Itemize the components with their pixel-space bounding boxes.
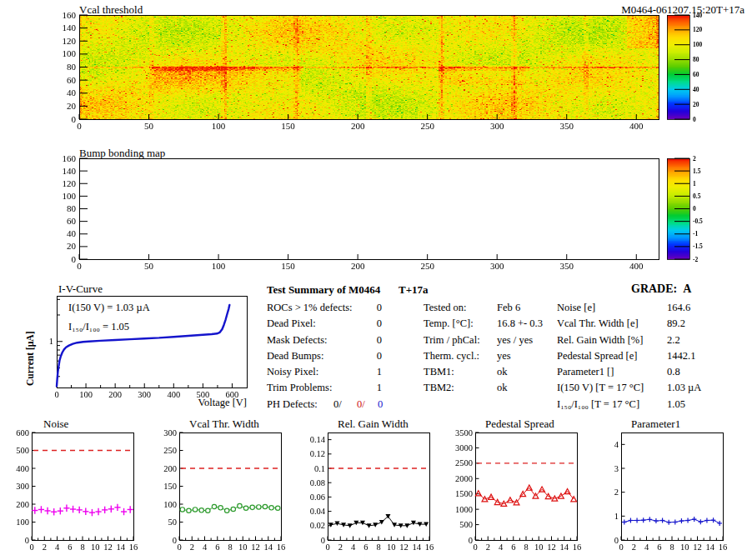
summary-label: Dead Bumps:: [267, 350, 323, 362]
svg-text:0: 0: [693, 205, 696, 212]
svg-text:16: 16: [573, 542, 582, 552]
svg-text:1: 1: [49, 337, 53, 346]
svg-text:350: 350: [559, 261, 574, 271]
svg-text:16: 16: [129, 542, 138, 552]
summary-left-column: ROCs > 1% defects:0Dead Pixel:0Mask Defe…: [267, 302, 392, 414]
svg-text:0: 0: [325, 542, 329, 552]
summary-value: 0: [360, 302, 382, 314]
svg-text:2: 2: [632, 542, 636, 552]
svg-text:8: 8: [80, 542, 84, 552]
svg-text:160: 160: [63, 10, 77, 20]
summary-value: 0: [360, 350, 382, 362]
svg-text:14: 14: [117, 542, 126, 552]
summary-row: Noisy Pixel:1: [267, 366, 392, 382]
svg-text:400: 400: [16, 464, 29, 473]
svg-text:1: 1: [693, 180, 696, 188]
svg-text:1500: 1500: [455, 489, 473, 498]
svg-text:-2: -2: [693, 256, 698, 263]
summary-row: Pedestal Spread [e]1442.1: [557, 350, 724, 366]
svg-text:4: 4: [203, 542, 208, 552]
summary-label: PH Defects:: [267, 398, 318, 410]
summary-label: TBM1:: [424, 366, 454, 378]
module-test-report-page: Vcal threshold M0464-061207.15:20T+17a B…: [0, 0, 747, 560]
svg-text:2: 2: [693, 155, 696, 162]
summary-middle-column: Tested on:Feb 6Temp. [°C]:16.8 +- 0.3Tri…: [424, 302, 557, 398]
svg-text:300: 300: [490, 261, 504, 271]
svg-text:80: 80: [67, 203, 77, 213]
summary-row: I(150 V) [T = 17 °C]1.03 µA: [557, 382, 724, 398]
svg-text:0: 0: [77, 261, 82, 271]
svg-text:50: 50: [168, 518, 178, 527]
summary-label: Parameter1 []: [557, 366, 614, 378]
svg-text:6: 6: [657, 542, 661, 552]
svg-text:100: 100: [63, 48, 77, 58]
svg-text:0: 0: [614, 536, 619, 545]
svg-text:400: 400: [629, 121, 644, 131]
svg-text:12: 12: [251, 542, 260, 552]
svg-text:200: 200: [351, 261, 365, 271]
svg-text:4: 4: [644, 542, 649, 552]
svg-text:100: 100: [79, 390, 93, 399]
summary-title: Test Summary of M0464: [267, 283, 380, 297]
svg-text:0: 0: [72, 254, 77, 264]
summary-value: 1: [360, 382, 382, 394]
svg-text:0.04: 0.04: [310, 507, 326, 516]
iv-curve-title: I-V-Curve: [58, 282, 103, 296]
svg-text:3500: 3500: [455, 428, 473, 438]
summary-row: ROCs > 1% defects:0: [267, 302, 392, 318]
svg-text:0: 0: [54, 390, 58, 399]
svg-text:6: 6: [215, 542, 219, 552]
svg-text:1000: 1000: [455, 505, 473, 514]
svg-text:0: 0: [173, 536, 177, 545]
svg-text:2: 2: [486, 542, 490, 552]
summary-label: Trim / phCal:: [424, 334, 480, 346]
svg-text:8: 8: [228, 542, 232, 552]
svg-text:150: 150: [281, 261, 295, 271]
summary-label: I₁₅₀/I₁₀₀ [T = 17 °C]: [557, 398, 639, 410]
svg-text:250: 250: [420, 121, 434, 131]
svg-text:10: 10: [238, 542, 248, 552]
svg-text:10: 10: [387, 542, 396, 552]
rel-gain-plot-title: Rel. Gain Width: [338, 418, 409, 431]
summary-value: 89.2: [667, 318, 685, 330]
summary-label: Therm. cycl.:: [424, 350, 479, 362]
svg-text:0.06: 0.06: [310, 492, 325, 502]
svg-text:12: 12: [103, 542, 113, 552]
vcal-threshold-heatmap: [79, 15, 659, 119]
svg-text:-0.5: -0.5: [693, 218, 703, 225]
svg-text:14: 14: [706, 542, 715, 552]
summary-value: 1: [360, 366, 382, 378]
summary-row: Tested on:Feb 6: [424, 302, 557, 318]
summary-row: TBM1:ok: [424, 366, 557, 382]
svg-text:20: 20: [693, 101, 699, 108]
svg-text:10: 10: [91, 542, 100, 552]
svg-text:6: 6: [511, 542, 515, 552]
summary-label: Trim Problems:: [267, 382, 332, 393]
svg-text:10: 10: [680, 542, 689, 552]
grade-value: A: [683, 282, 691, 295]
summary-value: 1442.1: [667, 350, 695, 362]
summary-value: 1.05: [667, 398, 685, 411]
svg-text:4: 4: [55, 542, 60, 552]
summary-label: TBM2:: [424, 382, 454, 393]
summary-row: Noise [e]164.6: [557, 302, 724, 318]
svg-text:60: 60: [67, 75, 77, 85]
ph-defects-value: 0/: [357, 398, 365, 411]
summary-row: Rel. Gain Width [%]2.2: [557, 334, 724, 350]
svg-text:0: 0: [693, 116, 696, 123]
svg-text:400: 400: [629, 261, 644, 271]
svg-text:350: 350: [559, 121, 574, 131]
svg-text:150: 150: [281, 121, 295, 131]
svg-text:14: 14: [264, 542, 273, 552]
svg-text:60: 60: [67, 216, 77, 226]
svg-text:2500: 2500: [455, 458, 473, 468]
svg-text:0: 0: [619, 542, 623, 552]
summary-row: Dead Bumps:0: [267, 350, 392, 366]
svg-text:100: 100: [693, 41, 703, 48]
summary-row: Therm. cycl.:yes: [424, 350, 557, 366]
summary-value: 164.6: [667, 302, 690, 314]
summary-row: Trim / phCal:yes / yes: [424, 334, 557, 350]
summary-label: Temp. [°C]:: [424, 318, 474, 329]
svg-text:0: 0: [77, 121, 82, 131]
svg-text:2: 2: [614, 488, 619, 497]
